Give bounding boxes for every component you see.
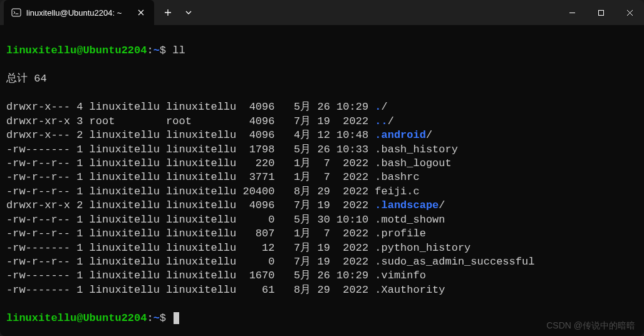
file-name: .sudo_as_admin_successful [375, 256, 534, 268]
file-name: .bashrc [375, 171, 419, 183]
file-name: .viminfo [375, 270, 426, 281]
window-controls [558, 0, 644, 25]
prompt-userhost: linuxitellu@Ubuntu2204 [6, 45, 147, 56]
list-row: -rw-r--r-- 1 linuxitellu linuxitellu 807… [6, 227, 638, 241]
file-name: feiji.c [375, 186, 419, 197]
list-row: -rw-r--r-- 1 linuxitellu linuxitellu 0 5… [6, 213, 638, 227]
maximize-button[interactable] [586, 0, 615, 25]
tab-close-button[interactable] [135, 7, 147, 18]
minimize-button[interactable] [558, 0, 586, 25]
terminal-body[interactable]: linuxitellu@Ubuntu2204:~$ ll 总计 64 drwxr… [0, 25, 644, 336]
prompt-line-2: linuxitellu@Ubuntu2204:~$ [6, 312, 638, 325]
list-row: -rw------- 1 linuxitellu linuxitellu 179… [6, 143, 638, 157]
file-name: .android [375, 129, 426, 141]
file-listing: drwxr-x--- 4 linuxitellu linuxitellu 409… [6, 100, 638, 297]
list-row: -rw-r--r-- 1 linuxitellu linuxitellu 0 7… [6, 255, 638, 269]
file-name: . [375, 101, 381, 113]
terminal-icon [11, 8, 21, 18]
list-row: drwxr-x--- 4 linuxitellu linuxitellu 409… [6, 100, 638, 114]
list-row: drwxr-xr-x 3 root root 4096 7月 19 2022 .… [6, 115, 638, 129]
cursor [174, 312, 179, 324]
list-row: -rw-r--r-- 1 linuxitellu linuxitellu 220… [6, 157, 638, 171]
close-button[interactable] [615, 0, 644, 25]
file-name: .motd_shown [375, 214, 445, 226]
typed-command: ll [172, 45, 185, 56]
tab-title: linuxitellu@Ubuntu2204: ~ [26, 8, 130, 18]
tab-dropdown-button[interactable] [179, 3, 198, 23]
titlebar: linuxitellu@Ubuntu2204: ~ [0, 0, 644, 25]
list-row: -rw------- 1 linuxitellu linuxitellu 167… [6, 269, 638, 283]
tab-active[interactable]: linuxitellu@Ubuntu2204: ~ [4, 0, 154, 25]
file-name: .Xauthority [375, 284, 445, 296]
file-name: .bash_history [375, 144, 458, 155]
prompt-path: ~ [153, 45, 160, 56]
list-row: -rw-r--r-- 1 linuxitellu linuxitellu 204… [6, 185, 638, 199]
prompt-line-1: linuxitellu@Ubuntu2204:~$ ll [6, 44, 638, 58]
file-name: .bash_logout [375, 157, 451, 169]
file-name: .. [375, 115, 387, 127]
list-row: -rw-r--r-- 1 linuxitellu linuxitellu 377… [6, 171, 638, 184]
file-name: .profile [375, 228, 426, 239]
list-row: -rw------- 1 linuxitellu linuxitellu 12 … [6, 241, 638, 255]
list-row: drwxr-xr-x 2 linuxitellu linuxitellu 409… [6, 199, 638, 213]
list-row: drwxr-x--- 2 linuxitellu linuxitellu 409… [6, 129, 638, 142]
svg-rect-0 [12, 9, 21, 16]
new-tab-button[interactable] [157, 3, 179, 23]
file-name: .python_history [375, 242, 470, 254]
total-line: 总计 64 [6, 72, 638, 86]
list-row: -rw------- 1 linuxitellu linuxitellu 61 … [6, 283, 638, 297]
watermark: CSDN @传说中的暗暗 [546, 320, 635, 331]
svg-rect-1 [598, 10, 603, 15]
file-name: .landscape [375, 199, 439, 211]
